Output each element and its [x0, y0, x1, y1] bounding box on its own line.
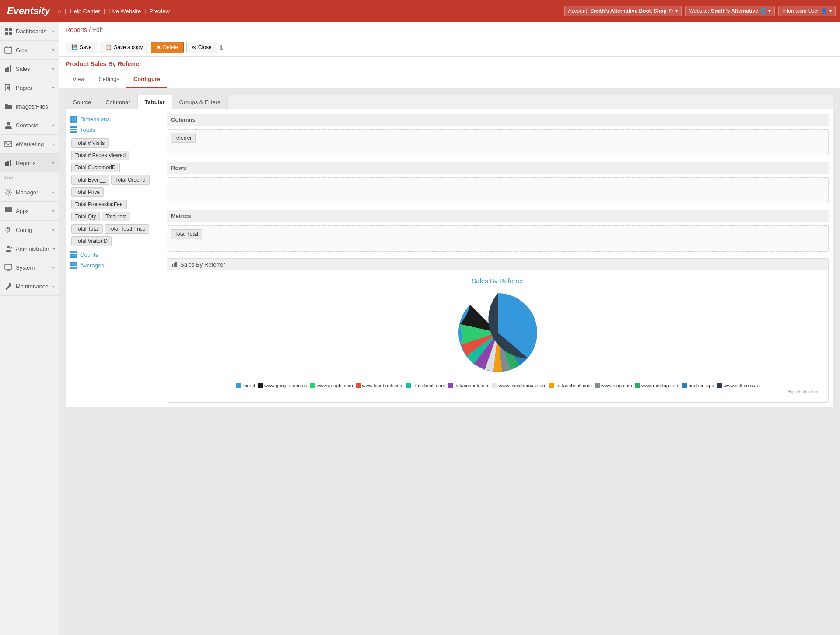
- counts-section-title[interactable]: Counts: [70, 249, 158, 260]
- sidebar-item-manager[interactable]: Manager ▾: [0, 183, 59, 202]
- save-button[interactable]: 💾 Save: [66, 42, 97, 53]
- legend-label: lm.facebook.com: [556, 383, 592, 388]
- rows-drop-zone[interactable]: [167, 177, 829, 203]
- subtab-tabular[interactable]: Tabular: [138, 95, 172, 109]
- sidebar-label-reports: Reports: [16, 160, 36, 166]
- account-dropdown[interactable]: Account: Smith's Alternative Book Shop ⚙…: [564, 6, 682, 16]
- tab-configure[interactable]: Configure: [126, 71, 167, 88]
- legend-item: www.mickthomas.com: [492, 383, 546, 388]
- legend-label: www.google.com.au: [264, 383, 307, 388]
- totals-item[interactable]: Total Total: [71, 224, 103, 234]
- preview-link[interactable]: Preview: [150, 8, 170, 14]
- live-website-link[interactable]: Live Website: [108, 8, 141, 14]
- legend-item: www.csff.com.au: [717, 383, 759, 388]
- totals-item[interactable]: Total OrderId: [111, 175, 149, 185]
- sidebar-item-config[interactable]: Config ▾: [0, 221, 59, 239]
- legend-item: l.facebook.com: [406, 383, 445, 388]
- close-label: Close: [198, 44, 212, 50]
- svg-rect-1: [9, 28, 12, 31]
- svg-rect-16: [7, 88, 9, 89]
- admin-icon: [4, 245, 12, 253]
- configure-panel: Source Columnar Tabular Groups & Filters: [59, 88, 840, 414]
- totals-item[interactable]: Total # Visits: [71, 138, 108, 148]
- totals-item[interactable]: Total # Pages Viewed: [71, 151, 130, 160]
- subtab-groups-filters[interactable]: Groups & Filters: [172, 95, 228, 109]
- sidebar-item-maintenance[interactable]: Maintenance ▾: [0, 277, 59, 296]
- svg-rect-20: [7, 161, 9, 166]
- bar-chart-icon: [4, 159, 12, 167]
- website-globe-icon: 🌐: [760, 8, 766, 14]
- totals-item[interactable]: Total CustomerID: [71, 163, 120, 172]
- svg-rect-14: [7, 86, 9, 87]
- website-dropdown[interactable]: Website: Smith's Alternative 🌐 ▾: [685, 6, 775, 16]
- sidebar-item-emarketing[interactable]: eMarketing ▾: [0, 135, 59, 154]
- sidebar-item-contacts[interactable]: Contacts ▾: [0, 116, 59, 135]
- totals-item[interactable]: Total Even__: [71, 175, 109, 185]
- svg-rect-24: [7, 207, 10, 210]
- dimensions-section-title[interactable]: Dimensions: [70, 114, 158, 124]
- breadcrumb-parent[interactable]: Reports: [66, 26, 87, 33]
- sidebar-arrow-reports: ▾: [52, 161, 54, 165]
- sidebar-item-pages[interactable]: Pages ▾: [0, 78, 59, 97]
- svg-rect-18: [5, 141, 12, 147]
- logo[interactable]: Eventsity: [4, 0, 52, 22]
- nav-links: ⌂ | Help Center | Live Website | Preview: [58, 8, 170, 14]
- logo-text: Eventsity: [7, 5, 50, 17]
- info-icon[interactable]: ℹ: [220, 43, 223, 52]
- apps-icon: [4, 207, 12, 215]
- top-navigation: Eventsity ⌂ | Help Center | Live Website…: [0, 0, 840, 22]
- sidebar-label-images-files: Images/Files: [16, 103, 48, 110]
- dimensions-grid-icon: [70, 116, 77, 123]
- totals-item[interactable]: Total Total Price: [105, 224, 150, 234]
- sidebar-item-system[interactable]: System ▾: [0, 258, 59, 277]
- averages-label: Averages: [80, 262, 104, 269]
- svg-rect-4: [5, 47, 12, 53]
- totals-section-title[interactable]: Totals: [70, 124, 158, 135]
- legend-label: android-app: [689, 383, 714, 388]
- averages-section-title[interactable]: Averages: [70, 260, 158, 270]
- totals-item[interactable]: Total ProcessingFee: [71, 200, 127, 209]
- column-item[interactable]: referrer: [171, 133, 196, 143]
- legend-item: www.meetup.com: [635, 383, 679, 388]
- pie-chart: [450, 289, 546, 376]
- totals-item[interactable]: Total test: [102, 212, 130, 221]
- subtab-columnar[interactable]: Columnar: [98, 95, 137, 109]
- svg-rect-21: [10, 160, 11, 166]
- home-icon[interactable]: ⌂: [58, 8, 61, 14]
- save-icon: 💾: [71, 44, 78, 50]
- totals-item[interactable]: Total VisitorID: [71, 236, 112, 246]
- help-center-link[interactable]: Help Center: [70, 8, 100, 14]
- sidebar-item-reports[interactable]: Reports ▾: [0, 154, 59, 172]
- sidebar-arrow-dashboards: ▾: [52, 29, 54, 34]
- subtab-source[interactable]: Source: [66, 95, 98, 109]
- svg-rect-23: [5, 207, 7, 210]
- sidebar-item-images-files[interactable]: Images/Files: [0, 97, 59, 116]
- close-button[interactable]: ⊗ Close: [186, 42, 217, 53]
- sidebar-label-administrator: Administrator: [16, 246, 49, 252]
- save-copy-button[interactable]: 📋 Save a copy: [100, 42, 148, 53]
- metric-item[interactable]: Total Total: [171, 229, 202, 239]
- sidebar-item-dashboards[interactable]: Dashboards ▾: [0, 22, 59, 41]
- columns-header: Columns: [167, 114, 829, 126]
- sidebar-item-sales[interactable]: Sales ▾: [0, 60, 59, 78]
- metrics-header: Metrics: [167, 210, 829, 222]
- sidebar-item-administrator[interactable]: Administrator ▾: [0, 239, 59, 258]
- user-dropdown[interactable]: Infomaxim User 👤 ▾: [778, 6, 836, 16]
- sidebar-item-gigs[interactable]: Gigs ▾: [0, 41, 59, 60]
- sidebar-arrow-manager: ▾: [52, 190, 54, 195]
- legend-item: Direct: [236, 383, 255, 388]
- delete-button[interactable]: ✖ Delete: [151, 42, 184, 53]
- totals-item[interactable]: Total Qty: [71, 212, 100, 221]
- totals-item[interactable]: Total Price: [71, 187, 104, 197]
- metrics-drop-zone[interactable]: Total Total: [167, 225, 829, 252]
- sidebar-item-apps[interactable]: Apps ▾: [0, 202, 59, 221]
- left-panel: Dimensions Totals Total # VisitsTotal # …: [66, 109, 162, 407]
- tab-settings[interactable]: Settings: [92, 71, 126, 88]
- columns-drop-zone[interactable]: referrer: [167, 129, 829, 155]
- counts-grid-icon: [70, 251, 77, 258]
- website-value: Smith's Alternative: [711, 8, 758, 14]
- tab-view[interactable]: View: [66, 71, 92, 88]
- email-icon: [4, 140, 12, 148]
- svg-rect-3: [9, 32, 12, 35]
- svg-rect-8: [5, 68, 7, 72]
